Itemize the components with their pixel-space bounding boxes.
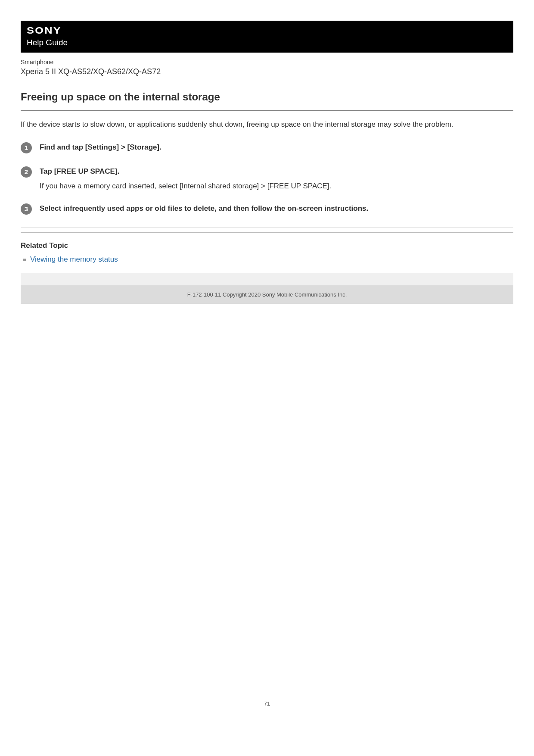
divider xyxy=(21,110,513,111)
list-item: Viewing the memory status xyxy=(30,255,513,264)
related-topic-link[interactable]: Viewing the memory status xyxy=(30,255,118,263)
step-item: 3 Select infrequently used apps or old f… xyxy=(21,203,513,215)
step-number-badge: 1 xyxy=(21,142,32,153)
intro-paragraph: If the device starts to slow down, or ap… xyxy=(21,119,513,130)
step-item: 2 Tap [FREE UP SPACE]. If you have a mem… xyxy=(21,166,513,191)
step-heading: Tap [FREE UP SPACE]. xyxy=(40,167,513,176)
guide-label: Help Guide xyxy=(27,38,507,47)
brand-logo: SONY xyxy=(27,25,62,36)
copyright-bar: F-172-100-11 Copyright 2020 Sony Mobile … xyxy=(21,285,513,304)
step-heading: Find and tap [Settings] > [Storage]. xyxy=(40,143,513,152)
steps-list: 1 Find and tap [Settings] > [Storage]. 2… xyxy=(21,142,513,215)
product-category: Smartphone xyxy=(21,59,513,66)
footer-spacer xyxy=(21,273,513,285)
page-title: Freeing up space on the internal storage xyxy=(21,91,513,103)
step-number-badge: 2 xyxy=(21,166,32,178)
header-bar: SONY Help Guide xyxy=(21,21,513,53)
product-model: Xperia 5 II XQ-AS52/XQ-AS62/XQ-AS72 xyxy=(21,67,513,76)
page-number: 71 xyxy=(21,700,513,720)
step-item: 1 Find and tap [Settings] > [Storage]. xyxy=(21,142,513,153)
step-content: Select infrequently used apps or old fil… xyxy=(40,203,513,213)
step-content: Find and tap [Settings] > [Storage]. xyxy=(40,142,513,152)
related-topic-list: Viewing the memory status xyxy=(21,255,513,264)
footer: F-172-100-11 Copyright 2020 Sony Mobile … xyxy=(21,273,513,304)
related-topic-heading: Related Topic xyxy=(21,241,513,250)
step-detail: If you have a memory card inserted, sele… xyxy=(40,182,513,191)
divider xyxy=(21,232,513,233)
divider xyxy=(21,228,513,228)
step-content: Tap [FREE UP SPACE]. If you have a memor… xyxy=(40,166,513,191)
step-heading: Select infrequently used apps or old fil… xyxy=(40,204,513,213)
step-number-badge: 3 xyxy=(21,203,32,215)
